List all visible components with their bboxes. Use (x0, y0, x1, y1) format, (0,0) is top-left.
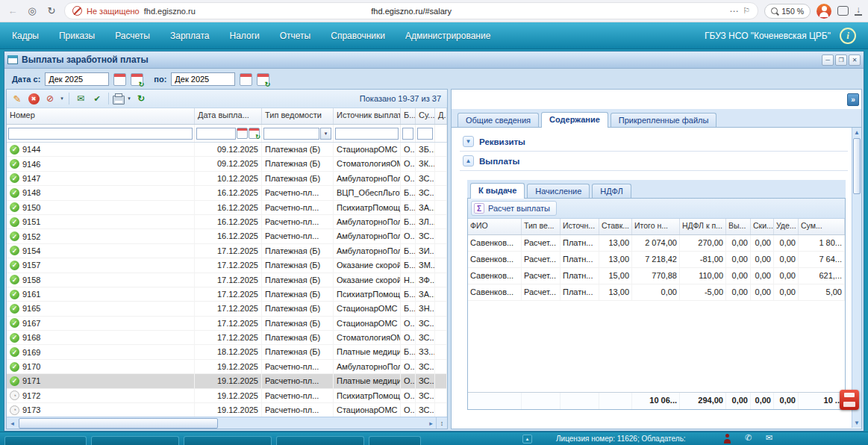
table-row[interactable]: 9172 19.12.2025 Расчетно-пл... ПсихиатрП… (7, 389, 447, 403)
menu-item[interactable]: Приказы (59, 31, 95, 41)
column-header-rate[interactable]: Ставк... (599, 219, 632, 234)
scroll-right-icon[interactable]: ▸ (425, 417, 437, 429)
menu-item[interactable]: Администрирование (405, 31, 490, 41)
scroll-left-icon[interactable]: ◂ (7, 417, 18, 429)
calendar-refresh-icon[interactable] (131, 73, 143, 86)
more-icon[interactable]: ⋯ (729, 6, 738, 16)
table-row[interactable]: Савенков... Расчет... Платн... 13,00 7 2… (468, 252, 845, 268)
mail-icon[interactable]: ✉ (766, 433, 772, 443)
column-header-ski[interactable]: Ски... (751, 219, 774, 234)
scroll-down-icon[interactable]: ▼ (852, 418, 861, 428)
payout-tab[interactable]: НДФЛ (592, 184, 631, 198)
table-row[interactable]: 9167 17.12.2025 Платежная (Б) СтационарО… (7, 317, 447, 331)
table-row[interactable]: 9144 09.12.2025 Платежная (Б) СтационарО… (7, 143, 447, 157)
delete-icon[interactable]: ✖ (26, 91, 41, 106)
column-header-fio[interactable]: ФИО (468, 219, 522, 234)
calendar-refresh-icon[interactable] (249, 128, 260, 139)
column-header-date[interactable]: Дата выпла... (195, 108, 262, 124)
filter-su-input[interactable] (417, 128, 433, 140)
column-header-total[interactable]: Итого н... (632, 219, 680, 234)
menu-item[interactable]: Отчеты (280, 31, 310, 41)
taskbar-button[interactable] (276, 436, 364, 445)
taskbar-button[interactable] (4, 436, 87, 445)
filter-number-input[interactable] (8, 128, 193, 140)
column-header-ndfl[interactable]: НДФЛ к п... (680, 219, 726, 234)
table-row[interactable]: Савенков... Расчет... Платн... 15,00 770… (468, 268, 845, 284)
table-row[interactable]: 9148 16.12.2025 Расчетно-пл... ВЦП_Обесп… (7, 186, 447, 200)
column-header-source[interactable]: Источник выплат (334, 108, 401, 124)
collapse-panel-button[interactable]: » (847, 93, 859, 106)
insecure-icon[interactable] (72, 6, 82, 16)
date-from-input[interactable] (45, 72, 109, 86)
scroll-up-button[interactable]: ▲ (522, 435, 532, 444)
refresh-icon[interactable]: ↻ (134, 91, 149, 106)
reload-icon[interactable]: ↻ (45, 5, 58, 16)
column-header-d[interactable]: Д... (435, 108, 447, 124)
payout-tab[interactable]: Начисление (527, 184, 590, 198)
calc-payment-button[interactable]: Σ Расчет выплаты (471, 201, 557, 216)
menu-item[interactable]: Зарплата (170, 31, 210, 41)
detail-tab[interactable]: Общие сведения (458, 113, 539, 127)
menu-item[interactable]: Кадры (12, 31, 39, 41)
chevron-down-icon[interactable]: ▾ (59, 96, 65, 102)
column-header-type[interactable]: Тип ве... (522, 219, 561, 234)
taskbar-button[interactable] (184, 436, 272, 445)
scrollbar-thumb[interactable] (19, 418, 218, 429)
detail-tab[interactable]: Содержание (541, 112, 608, 128)
table-row[interactable]: 9146 09.12.2025 Платежная (Б) Стоматолог… (7, 157, 447, 171)
table-row[interactable]: 9161 17.12.2025 Платежная (Б) ПсихиатрПо… (7, 287, 447, 302)
date-to-input[interactable] (171, 72, 235, 86)
column-header-type[interactable]: Тип ведомости (262, 108, 334, 124)
resize-icon[interactable]: ↕ (436, 417, 447, 429)
collapse-icon[interactable]: ▲ (463, 155, 474, 167)
menu-item[interactable]: Справочники (331, 31, 385, 41)
table-row[interactable]: 9169 18.12.2025 Платежная (Б) Платные ме… (7, 345, 447, 359)
filter-date-input[interactable] (196, 128, 236, 140)
table-row[interactable]: 9157 17.12.2025 Платежная (Б) Оказание с… (7, 258, 447, 273)
table-row[interactable]: 9170 19.12.2025 Расчетно-пл... Амбулатор… (7, 360, 447, 374)
table-row[interactable]: 9168 17.12.2025 Платежная (Б) Стоматолог… (7, 331, 447, 345)
taskbar-button[interactable] (91, 436, 179, 445)
column-header-source[interactable]: Источн... (561, 219, 599, 234)
table-row[interactable]: 9158 17.12.2025 Платежная (Б) Оказание с… (7, 273, 447, 287)
detail-tab[interactable]: Прикрепленные файлы (611, 113, 717, 127)
person-icon[interactable] (722, 434, 732, 444)
back-icon[interactable]: ← (6, 5, 19, 16)
horizontal-scrollbar[interactable]: ◂ ▸ ↕ (7, 417, 447, 429)
menu-item[interactable]: Налоги (230, 31, 260, 41)
bookmark-icon[interactable]: ⚐ (743, 6, 750, 16)
download-icon[interactable]: ↓ (855, 6, 862, 16)
vertical-scrollbar[interactable]: ▲ ▼ (852, 128, 861, 428)
zoom-control[interactable]: 150 % (764, 4, 811, 19)
table-row[interactable]: 9151 16.12.2025 Расчетно-пл... Амбулатор… (7, 215, 447, 229)
info-icon[interactable]: i (840, 28, 856, 44)
profile-avatar-icon[interactable] (817, 4, 831, 19)
scrollbar-thumb[interactable] (853, 138, 861, 194)
table-row[interactable]: 9173 19.12.2025 Расчетно-пл... Стационар… (7, 403, 447, 417)
site-icon[interactable]: ◎ (25, 5, 39, 16)
column-header-number[interactable]: Номер (7, 108, 195, 124)
calendar-refresh-icon[interactable] (257, 73, 269, 86)
confirm-icon[interactable]: ✔ (90, 91, 104, 106)
phone-icon[interactable]: ✆ (745, 433, 752, 443)
table-row[interactable]: 9152 16.12.2025 Расчетно-пл... Амбулатор… (7, 229, 447, 243)
column-header-b[interactable]: Б... (401, 108, 416, 124)
menu-item[interactable]: Расчеты (115, 31, 150, 41)
close-button[interactable]: ✕ (849, 55, 861, 66)
taskbar-button[interactable] (369, 436, 421, 445)
url-bar[interactable]: Не защищено fhd.egiszno.ru fhd.egiszno.r… (64, 2, 758, 19)
calendar-icon[interactable] (240, 73, 252, 86)
cancel-sign-icon[interactable]: ⊘ (43, 91, 57, 106)
filter-type-input[interactable] (263, 128, 319, 140)
table-row[interactable]: 9150 16.12.2025 Расчетно-пл... ПсихиатрП… (7, 201, 447, 215)
edit-icon[interactable]: ✎ (10, 91, 25, 106)
column-header-sum[interactable]: Сум... (799, 219, 845, 234)
dropdown-icon[interactable]: ▾ (320, 128, 331, 140)
calendar-icon[interactable] (237, 128, 248, 139)
expand-icon[interactable]: ▼ (463, 136, 474, 147)
column-header-su[interactable]: Су... (416, 108, 435, 124)
scroll-up-icon[interactable]: ▲ (852, 128, 861, 137)
table-row[interactable]: 9171 19.12.2025 Расчетно-пл... Платные м… (7, 374, 447, 388)
table-row[interactable]: Савенков... Расчет... Платн... 13,00 2 0… (468, 235, 845, 252)
minimize-button[interactable]: ─ (822, 55, 834, 66)
